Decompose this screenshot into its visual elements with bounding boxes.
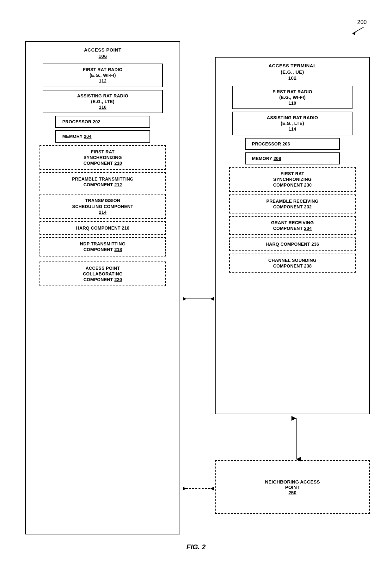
ap-tx-scheduling: TRANSMISSION SCHEDULING COMPONENT 214 bbox=[40, 194, 166, 219]
at-processor: PROCESSOR 206 bbox=[245, 138, 340, 150]
at-channel-sounding: CHANNEL SOUNDING COMPONENT 238 bbox=[229, 254, 356, 273]
ap-harq: HARQ COMPONENT 216 bbox=[40, 221, 166, 235]
at-grant-rx: GRANT RECEIVING COMPONENT 234 bbox=[229, 216, 356, 235]
ref-200-label: 200 bbox=[351, 19, 367, 26]
at-harq: HARQ COMPONENT 236 bbox=[229, 237, 356, 251]
at-first-rat-sync: FIRST RAT SYNCHRONIZING COMPONENT 230 bbox=[229, 167, 356, 192]
at-nap-vertical-arrow bbox=[291, 416, 301, 463]
ap-preamble-tx: PREAMBLE TRANSMITTING COMPONENT 212 bbox=[40, 172, 166, 191]
at-first-rat-radio: FIRST RAT RADIO (E.G., WI-FI) 110 bbox=[232, 86, 352, 109]
ap-first-rat-sync: FIRST RAT SYNCHRONIZING COMPONENT 210 bbox=[40, 145, 166, 170]
at-preamble-rx: PREAMBLE RECEIVING COMPONENT 232 bbox=[229, 194, 356, 213]
at-memory: MEMORY 208 bbox=[245, 152, 340, 164]
svg-line-0 bbox=[352, 27, 364, 34]
nap-outer-box: NEIGHBORING ACCESS POINT 250 bbox=[215, 460, 370, 514]
ap-processor: PROCESSOR 202 bbox=[55, 116, 150, 128]
ap-first-rat-radio: FIRST RAT RADIO (E.G., WI-FI) 112 bbox=[43, 64, 163, 87]
ap-collaborating: ACCESS POINT COLLABORATING COMPONENT 220 bbox=[40, 262, 166, 287]
figure-label: FIG. 2 bbox=[186, 543, 205, 551]
ap-nap-horiz-arrow bbox=[180, 484, 217, 493]
sync-bidirectional-arrow bbox=[180, 294, 217, 304]
ap-outer-box: ACCESS POINT 106 FIRST RAT RADIO (E.G., … bbox=[25, 41, 180, 534]
at-title: ACCESS TERMINAL (E.G., UE) 102 bbox=[222, 61, 363, 83]
ap-title: ACCESS POINT 106 bbox=[32, 45, 173, 61]
ap-memory: MEMORY 204 bbox=[55, 130, 150, 142]
at-outer-box: ACCESS TERMINAL (E.G., UE) 102 FIRST RAT… bbox=[215, 57, 370, 414]
ap-ndp-tx: NDP TRANSMITTING COMPONENT 218 bbox=[40, 237, 166, 256]
at-assisting-rat-radio: ASSISTING RAT RADIO (E.G., LTE) 114 bbox=[232, 112, 352, 135]
ap-assisting-rat-radio: ASSISTING RAT RADIO (E.G., LTE) 116 bbox=[43, 90, 163, 114]
